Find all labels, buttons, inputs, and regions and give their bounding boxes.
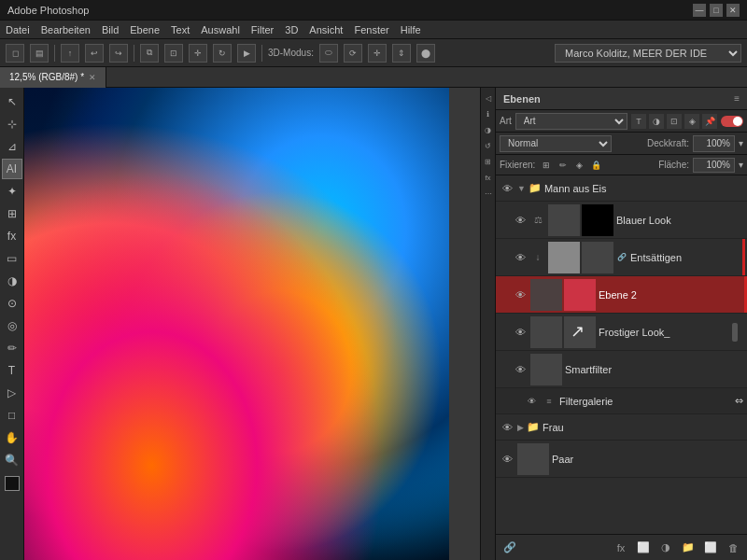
tool-zoom[interactable]: 🔍 bbox=[2, 450, 22, 470]
layer-item-blauer[interactable]: 👁 ⚖ Blauer Look bbox=[496, 202, 747, 239]
layer-filtergalerie[interactable]: 👁 ≡ Filtergalerie ⇔ bbox=[496, 388, 747, 414]
add-mask-button[interactable]: ⬜ bbox=[635, 539, 652, 556]
panel-expand-icon[interactable]: ◁ bbox=[482, 91, 495, 105]
filtergalerie-settings[interactable]: ⇔ bbox=[735, 395, 743, 407]
layer-item-ebene2[interactable]: 👁 Ebene 2 bbox=[496, 276, 747, 314]
menu-bild[interactable]: Bild bbox=[102, 24, 119, 35]
filter-icon-color[interactable]: ◈ bbox=[684, 114, 699, 129]
opacity-arrow[interactable]: ▾ bbox=[739, 138, 743, 148]
layer-ebene2-vis[interactable]: 👁 bbox=[513, 287, 528, 302]
layer-item-entsaettigen[interactable]: 👁 ↓ 🔗 Entsättigen bbox=[496, 239, 747, 276]
layer-entsaettigen-vis[interactable]: 👁 bbox=[513, 250, 528, 265]
group-mann-fold[interactable]: ▼ bbox=[517, 184, 526, 193]
redo-button[interactable]: ↪ bbox=[109, 44, 128, 63]
menu-filter[interactable]: Filter bbox=[251, 24, 274, 35]
3d-btn1[interactable]: ⬭ bbox=[319, 44, 338, 63]
tool-hand[interactable]: ✋ bbox=[2, 427, 22, 448]
tool-dodge[interactable]: ◎ bbox=[2, 315, 22, 336]
layer-group-mann[interactable]: 👁 ▼ 📁 Mann aus Eis bbox=[496, 175, 747, 202]
blend-mode-select[interactable]: Normal bbox=[500, 135, 612, 152]
tool-gradient[interactable]: ◑ bbox=[2, 271, 22, 291]
menu-text[interactable]: Text bbox=[171, 24, 190, 35]
workspace-selector[interactable]: Marco Kolditz, MEER DER IDEEN® bbox=[555, 44, 741, 63]
panel-adjust-icon[interactable]: ⊞ bbox=[482, 155, 495, 168]
tool-eraser[interactable]: ▭ bbox=[2, 248, 22, 269]
layer-blauer-vis[interactable]: 👁 bbox=[513, 213, 528, 228]
undo-button[interactable]: ↩ bbox=[85, 44, 104, 63]
menu-bearbeiten[interactable]: Bearbeiten bbox=[41, 24, 91, 35]
panel-misc-icon[interactable]: ⋯ bbox=[482, 187, 495, 200]
move-button[interactable]: ✛ bbox=[189, 44, 207, 63]
new-button[interactable]: ◻ bbox=[6, 44, 24, 63]
bridge-button[interactable]: ⧉ bbox=[140, 44, 159, 63]
3d-btn2[interactable]: ⟳ bbox=[344, 44, 362, 63]
3d-btn5[interactable]: ⬤ bbox=[416, 44, 435, 63]
open-button[interactable]: ▤ bbox=[30, 44, 49, 63]
video-button[interactable]: ▶ bbox=[237, 44, 256, 63]
add-group-button[interactable]: 📁 bbox=[680, 539, 697, 556]
group-mann-vis[interactable]: 👁 bbox=[500, 181, 514, 196]
panel-menu-button[interactable]: ≡ bbox=[734, 93, 740, 104]
menu-3d[interactable]: 3D bbox=[285, 24, 298, 35]
tool-clone[interactable]: ⊞ bbox=[2, 203, 22, 224]
filter-toggle[interactable] bbox=[721, 116, 743, 127]
fill-arrow[interactable]: ▾ bbox=[739, 160, 743, 170]
layer-group-frau[interactable]: 👁 ▶ 📁 Frau bbox=[496, 414, 747, 441]
tool-shape[interactable]: □ bbox=[2, 405, 22, 426]
fix-color-icon[interactable]: ◈ bbox=[572, 158, 586, 172]
filter-select[interactable]: Art bbox=[515, 113, 627, 130]
tool-pen[interactable]: ✏ bbox=[2, 338, 22, 358]
tool-heal[interactable]: ✦ bbox=[2, 181, 22, 202]
panel-info-icon[interactable]: ℹ bbox=[482, 107, 495, 120]
tab-main[interactable]: 12,5% (RGB/8#) * ✕ bbox=[0, 67, 106, 88]
tool-path[interactable]: ▷ bbox=[2, 383, 22, 403]
workspace-select[interactable]: Marco Kolditz, MEER DER IDEEN® bbox=[555, 44, 741, 63]
panel-fx-icon[interactable]: fx bbox=[482, 171, 495, 184]
3d-btn4[interactable]: ⇕ bbox=[392, 44, 411, 63]
tool-fg-color[interactable] bbox=[5, 476, 20, 491]
tool-type[interactable]: T bbox=[2, 360, 22, 381]
group-frau-vis[interactable]: 👁 bbox=[500, 420, 514, 435]
tool-select[interactable]: ↖ bbox=[2, 91, 22, 112]
filter-icon-smart[interactable]: ⊡ bbox=[667, 114, 682, 129]
fill-input[interactable] bbox=[693, 158, 735, 173]
opacity-input[interactable] bbox=[693, 135, 735, 152]
maximize-button[interactable]: □ bbox=[710, 4, 723, 17]
tool-history[interactable]: fx bbox=[2, 226, 22, 246]
filter-icon-pinned[interactable]: 📌 bbox=[702, 114, 717, 129]
layer-fx-button[interactable]: fx bbox=[613, 539, 629, 556]
layer-item-smartfilter[interactable]: 👁 Smartfilter bbox=[496, 351, 747, 388]
delete-layer-button[interactable]: 🗑 bbox=[725, 539, 741, 556]
fix-position-icon[interactable]: ⊞ bbox=[539, 158, 553, 172]
layer-entsaettigen-link[interactable]: 🔗 bbox=[616, 252, 627, 263]
menu-hilfe[interactable]: Hilfe bbox=[401, 24, 421, 35]
menu-ebene[interactable]: Ebene bbox=[130, 24, 160, 35]
3d-btn3[interactable]: ✛ bbox=[368, 44, 387, 63]
layer-frostig-vis[interactable]: 👁 bbox=[513, 325, 528, 340]
menu-ansicht[interactable]: Ansicht bbox=[309, 24, 343, 35]
layer-item-frostig[interactable]: 👁 ↗ Frostiger Look_ bbox=[496, 314, 747, 351]
transform-button[interactable]: ⊡ bbox=[164, 44, 183, 63]
filter-icon-type[interactable]: T bbox=[631, 114, 646, 129]
layer-smartfilter-vis[interactable]: 👁 bbox=[513, 362, 528, 377]
tool-brush[interactable]: AI bbox=[2, 159, 22, 179]
menu-datei[interactable]: Datei bbox=[6, 24, 30, 35]
panel-history-icon[interactable]: ↺ bbox=[482, 139, 495, 152]
new-layer-button[interactable]: ⬜ bbox=[702, 539, 719, 556]
add-adjustment-button[interactable]: ◑ bbox=[657, 539, 674, 556]
minimize-button[interactable]: — bbox=[693, 4, 706, 17]
tool-eyedrop[interactable]: ⊿ bbox=[2, 136, 22, 157]
panel-color-icon[interactable]: ◑ bbox=[482, 123, 495, 136]
menu-auswahl[interactable]: Auswahl bbox=[201, 24, 240, 35]
link-layers-button[interactable]: 🔗 bbox=[501, 539, 518, 556]
fix-lock-icon[interactable]: 🔒 bbox=[589, 158, 603, 172]
save-button[interactable]: ↑ bbox=[61, 44, 79, 63]
tab-close-button[interactable]: ✕ bbox=[89, 73, 96, 82]
menu-fenster[interactable]: Fenster bbox=[354, 24, 388, 35]
tool-blur[interactable]: ⊙ bbox=[2, 293, 22, 314]
filtergalerie-vis[interactable]: 👁 bbox=[524, 394, 539, 409]
filter-icon-adj[interactable]: ◑ bbox=[649, 114, 664, 129]
layer-paar-vis[interactable]: 👁 bbox=[500, 452, 514, 467]
fix-pixel-icon[interactable]: ✏ bbox=[556, 158, 570, 172]
rotate-button[interactable]: ↻ bbox=[213, 44, 232, 63]
